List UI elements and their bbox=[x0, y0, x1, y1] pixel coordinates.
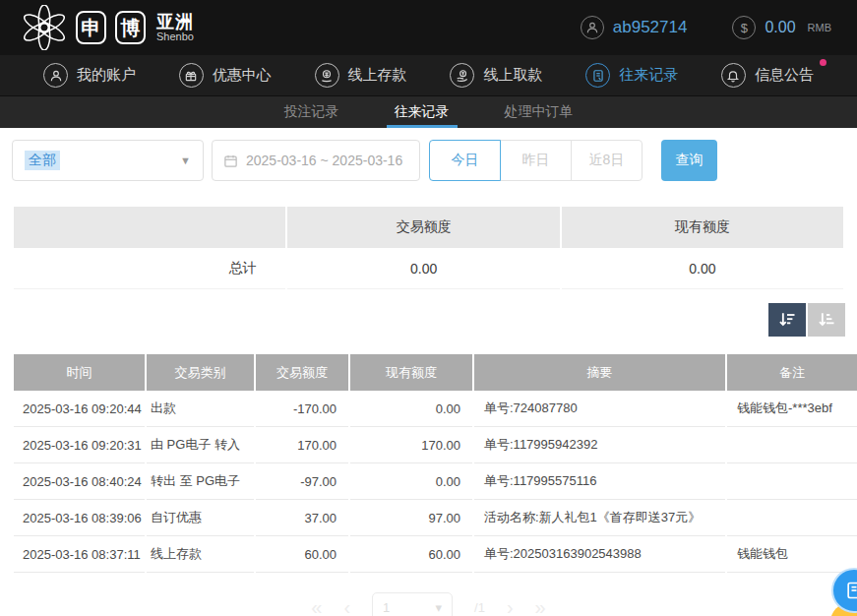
next-page-button[interactable]: › bbox=[507, 596, 514, 616]
sort-descending-button[interactable] bbox=[768, 303, 806, 337]
brand-region-cn: 亚洲 bbox=[156, 13, 194, 31]
last-8-days-button[interactable]: 近8日 bbox=[571, 140, 643, 181]
nav-item-my-account[interactable]: 我的账户 bbox=[43, 63, 136, 88]
page: 申 博 亚洲 Shenbo ab952714 $ 0.00 RMB bbox=[0, 0, 857, 616]
table-row: 2025-03-16 08:37:11 线上存款 60.00 60.00 单号:… bbox=[14, 536, 857, 573]
pagination: « ‹ 1 ▾ /1 › » bbox=[0, 592, 857, 616]
cell-note bbox=[727, 427, 857, 463]
table-row: 2025-03-16 08:39:06 自订优惠 37.00 97.00 活动名… bbox=[14, 500, 857, 536]
nav-item-online-deposit[interactable]: 线上存款 bbox=[315, 63, 407, 88]
cell-summary: 单号:117995575116 bbox=[474, 463, 725, 500]
table-row: 2025-03-16 08:40:24 转出 至 PG电子 -97.00 0.0… bbox=[14, 463, 857, 500]
filter-bar: 全部 ▼ 2025-03-16 ~ 2025-03-16 今日 昨日 近8日 查… bbox=[12, 140, 845, 181]
prev-page-button[interactable]: ‹ bbox=[343, 596, 350, 616]
chat-document-icon bbox=[844, 581, 857, 600]
sub-nav: 投注记录 往来记录 处理中订单 bbox=[0, 96, 857, 128]
page-total: /1 bbox=[474, 600, 485, 615]
brand-char: 博 bbox=[121, 15, 141, 41]
user-icon bbox=[581, 16, 604, 39]
cell-summary: 单号:202503163902543988 bbox=[474, 536, 725, 573]
balance-chip[interactable]: $ 0.00 RMB bbox=[732, 16, 831, 39]
caret-down-icon: ▾ bbox=[436, 600, 443, 615]
summary-header-trade: 交易额度 bbox=[287, 207, 559, 248]
yesterday-button[interactable]: 昨日 bbox=[500, 140, 572, 181]
deposit-coin-icon bbox=[315, 63, 339, 88]
brand-region: 亚洲 Shenbo bbox=[156, 13, 194, 42]
notification-badge bbox=[820, 59, 826, 66]
cell-note: 钱能钱包-***3ebf bbox=[727, 391, 857, 427]
summary-header-balance: 现有额度 bbox=[562, 207, 843, 248]
col-header-time: 时间 bbox=[14, 354, 145, 391]
brand-region-en: Shenbo bbox=[156, 31, 194, 43]
nav-item-online-withdraw[interactable]: 线上取款 bbox=[450, 63, 542, 88]
nav-label: 线上取款 bbox=[483, 66, 542, 85]
nav-label: 信息公告 bbox=[755, 66, 814, 85]
cell-type: 线上存款 bbox=[147, 536, 254, 573]
account-icon bbox=[43, 63, 68, 88]
flower-logo-icon bbox=[22, 5, 67, 50]
first-page-button[interactable]: « bbox=[311, 596, 322, 616]
col-header-note: 备注 bbox=[727, 354, 857, 391]
cell-type: 转出 至 PG电子 bbox=[147, 463, 254, 500]
table-row: 2025-03-16 09:20:44 出款 -170.00 0.00 单号:7… bbox=[14, 391, 857, 427]
withdraw-coin-icon bbox=[450, 63, 474, 88]
cell-balance: 0.00 bbox=[350, 391, 472, 427]
date-range-input[interactable]: 2025-03-16 ~ 2025-03-16 bbox=[212, 140, 420, 181]
today-button[interactable]: 今日 bbox=[429, 140, 501, 181]
nav-item-announcements[interactable]: 信息公告 bbox=[721, 63, 814, 88]
dollar-icon: $ bbox=[732, 16, 756, 39]
col-header-amount: 交易额度 bbox=[256, 354, 348, 391]
balance-amount: 0.00 bbox=[765, 19, 795, 36]
tab-bet-records[interactable]: 投注记录 bbox=[282, 96, 341, 128]
sort-ascending-button[interactable] bbox=[808, 303, 845, 337]
currency-label: RMB bbox=[808, 22, 831, 33]
sort-descending-icon bbox=[777, 310, 797, 330]
brand-logo[interactable]: 申 博 亚洲 Shenbo bbox=[22, 5, 194, 50]
cell-amount: -97.00 bbox=[256, 463, 348, 500]
records-icon bbox=[585, 63, 610, 88]
nav-label: 线上存款 bbox=[348, 66, 407, 85]
main-nav: 我的账户 优惠中心 线上存款 线上取款 往来记录 bbox=[0, 55, 857, 96]
cell-type: 出款 bbox=[147, 391, 254, 427]
cell-type: 自订优惠 bbox=[147, 500, 254, 536]
nav-label: 往来记录 bbox=[619, 66, 678, 85]
quick-button-label: 今日 bbox=[452, 152, 479, 169]
cell-time: 2025-03-16 08:39:06 bbox=[14, 500, 145, 536]
cell-summary: 单号:117995942392 bbox=[474, 427, 725, 463]
tab-transaction-records[interactable]: 往来记录 bbox=[393, 96, 452, 128]
cell-note bbox=[727, 463, 857, 500]
last-page-button[interactable]: » bbox=[535, 596, 546, 616]
cell-summary: 活动名称:新人礼包1《首存即送37元》 bbox=[474, 500, 725, 536]
cell-summary: 单号:724087780 bbox=[474, 391, 725, 427]
nav-item-transaction-records[interactable]: 往来记录 bbox=[585, 63, 678, 88]
header-account-area: ab952714 $ 0.00 RMB bbox=[581, 16, 831, 39]
brand-char: 申 bbox=[82, 15, 101, 41]
tab-label: 处理中订单 bbox=[505, 103, 574, 121]
gift-icon bbox=[179, 63, 204, 88]
quick-button-label: 近8日 bbox=[589, 152, 625, 169]
col-header-type: 交易类别 bbox=[147, 354, 254, 391]
cell-time: 2025-03-16 09:20:44 bbox=[14, 391, 145, 427]
cell-balance: 170.00 bbox=[350, 427, 472, 463]
col-header-balance: 现有额度 bbox=[350, 354, 472, 391]
search-button[interactable]: 查询 bbox=[661, 140, 717, 181]
cell-type: 由 PG电子 转入 bbox=[147, 427, 254, 463]
page-number: 1 bbox=[383, 600, 390, 615]
cell-time: 2025-03-16 09:20:31 bbox=[14, 427, 145, 463]
nav-item-promotions[interactable]: 优惠中心 bbox=[179, 63, 272, 88]
tab-pending-orders[interactable]: 处理中订单 bbox=[503, 96, 576, 128]
account-chip[interactable]: ab952714 bbox=[581, 16, 688, 39]
cell-balance: 97.00 bbox=[350, 500, 472, 536]
summary-trade-total: 0.00 bbox=[287, 248, 559, 289]
calendar-icon bbox=[223, 154, 238, 168]
cell-note bbox=[727, 500, 857, 536]
sort-bar bbox=[0, 303, 845, 337]
cell-amount: 170.00 bbox=[256, 427, 348, 463]
brand-char-box: 博 bbox=[115, 11, 146, 44]
summary-table: 交易额度 现有额度 总计 0.00 0.00 bbox=[12, 207, 845, 289]
records-header-row: 时间 交易类别 交易额度 现有额度 摘要 备注 bbox=[14, 354, 857, 391]
page-select[interactable]: 1 ▾ bbox=[372, 592, 453, 616]
cell-amount: 60.00 bbox=[256, 536, 348, 573]
type-select[interactable]: 全部 ▼ bbox=[12, 140, 204, 181]
summary-header-row: 交易额度 现有额度 bbox=[14, 207, 843, 248]
